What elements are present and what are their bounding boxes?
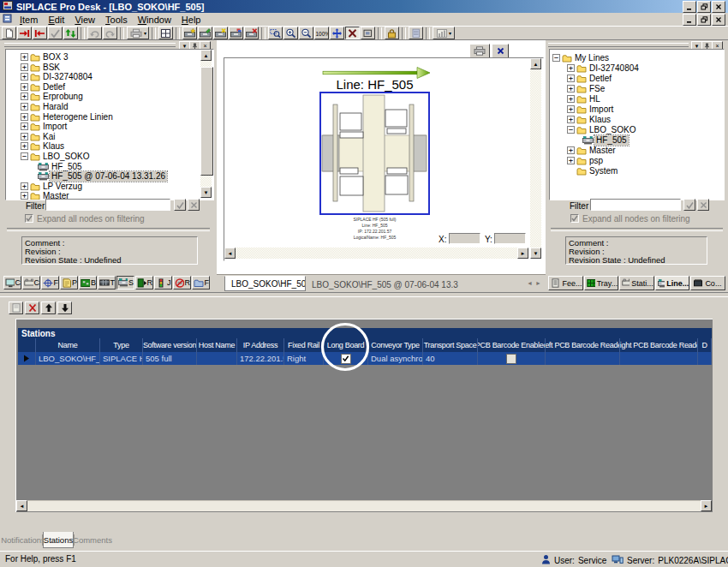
station-delete-icon[interactable] <box>244 27 259 39</box>
database-icon[interactable] <box>409 27 423 39</box>
restore-icon[interactable] <box>697 1 711 13</box>
new-document-icon[interactable] <box>2 27 16 39</box>
right-tab-line[interactable]: Line... <box>655 276 690 290</box>
column-header-long-board[interactable]: Long Board <box>324 338 368 352</box>
tree-expander-icon[interactable]: + <box>567 105 575 113</box>
page-tab-stations[interactable]: Stations <box>43 532 74 548</box>
right-tree-item[interactable]: +HL <box>550 94 724 104</box>
column-header-host-name[interactable]: Host Name <box>197 338 237 352</box>
tree-expander-icon[interactable]: + <box>567 157 575 164</box>
right-tab-fee[interactable]: Fee... <box>548 276 583 290</box>
tree-expander-icon[interactable]: + <box>21 182 28 190</box>
station-edit-icon[interactable] <box>198 27 212 39</box>
mdi-minimize-icon[interactable] <box>683 14 696 26</box>
tree-expander-icon[interactable]: − <box>21 152 28 160</box>
view-button-r-7[interactable]: R <box>135 276 153 289</box>
tab-scroll-right-icon[interactable]: ► <box>535 280 541 286</box>
left-tree-scrollbar[interactable]: ▲ ▼ <box>200 50 212 198</box>
scroll-down-icon[interactable]: ▼ <box>530 248 541 259</box>
tree-expander-icon[interactable]: + <box>567 64 575 72</box>
canvas-hscrollbar[interactable]: ◄ ► <box>224 248 528 259</box>
column-header-d[interactable]: D <box>698 338 712 352</box>
scroll-left-icon[interactable]: ◄ <box>16 500 27 511</box>
grid-hscrollbar[interactable]: ◄ ► <box>16 500 712 511</box>
right-tab-co[interactable]: Co... <box>690 276 725 290</box>
unchecked-checkbox[interactable] <box>506 354 516 364</box>
refresh-icon[interactable] <box>63 27 78 39</box>
cell-long-board[interactable] <box>324 352 368 365</box>
column-header-pcb-barcode-enabled[interactable]: PCB Barcode Enabled <box>478 338 546 352</box>
row-selector-cell[interactable] <box>18 352 36 365</box>
cell-host-name[interactable] <box>197 352 237 365</box>
print-icon[interactable]: ▾ <box>127 27 149 39</box>
view-button-j-8[interactable]: J <box>154 276 172 289</box>
left-apply-filter-icon[interactable] <box>174 199 186 211</box>
transfer-in-icon[interactable] <box>17 27 32 39</box>
menu-item[interactable]: Item <box>15 14 43 26</box>
cell-right-pcb-barcode-reader[interactable] <box>620 352 698 365</box>
right-tree-item[interactable]: +Klaus <box>550 115 724 125</box>
scroll-left-icon[interactable]: ◄ <box>224 248 236 259</box>
right-tree-item[interactable]: −My Lines <box>550 53 724 63</box>
left-clear-filter-icon[interactable] <box>188 199 200 211</box>
delete-x-icon[interactable] <box>345 27 360 39</box>
right-tree-item[interactable]: HF_505 <box>550 135 724 146</box>
tree-expander-icon[interactable]: + <box>567 146 575 154</box>
scroll-right-icon[interactable]: ► <box>701 500 712 511</box>
cell-left-pcb-barcode-reader[interactable] <box>546 352 620 365</box>
left-tree-item[interactable]: +BSK <box>6 63 213 73</box>
transfer-out-icon[interactable] <box>33 27 47 39</box>
tree-expander-icon[interactable]: + <box>21 93 28 100</box>
cell-conveyor-type[interactable]: Dual asynchronous <box>368 352 423 365</box>
tree-expander-icon[interactable]: − <box>552 54 560 62</box>
close-preview-icon[interactable] <box>492 44 509 58</box>
right-tree-item[interactable]: +Detlef <box>550 74 724 84</box>
tree-expander-icon[interactable]: + <box>21 113 28 121</box>
right-tab-tray[interactable]: Tray... <box>584 276 619 290</box>
column-header-transport-space[interactable]: Transport Space <box>423 338 478 352</box>
tree-expander-icon[interactable]: + <box>21 122 28 130</box>
mdi-restore-icon[interactable] <box>697 14 711 26</box>
mdi-close-icon[interactable] <box>712 14 725 26</box>
right-filter-input[interactable] <box>590 199 681 211</box>
canvas-vscrollbar[interactable]: ▲ ▼ <box>530 58 541 259</box>
view-button-c-1[interactable]: C <box>22 276 40 289</box>
right-tree-item[interactable]: +DI-32740804 <box>550 63 724 74</box>
tree-expander-icon[interactable]: + <box>21 103 28 110</box>
move-down-icon[interactable] <box>57 301 72 314</box>
checked-checkbox[interactable] <box>341 354 351 364</box>
view-button-b-4[interactable]: B <box>79 276 97 289</box>
left-tree-item[interactable]: +LP Verzug <box>6 182 213 192</box>
column-header-type[interactable]: Type <box>100 338 143 352</box>
left-expand-checkbox[interactable] <box>25 214 33 223</box>
tree-expander-icon[interactable]: + <box>21 83 28 91</box>
tree-expander-icon[interactable]: + <box>567 85 575 93</box>
x-field[interactable] <box>449 233 480 244</box>
right-tree-item[interactable]: +FSe <box>550 84 724 94</box>
station-find-icon[interactable] <box>213 27 228 39</box>
left-tree-item[interactable]: +Erprobung <box>6 92 213 102</box>
chart-icon[interactable]: ▾ <box>433 27 455 39</box>
tree-expander-icon[interactable]: + <box>21 192 28 200</box>
tree-expander-icon[interactable]: + <box>21 53 28 61</box>
right-tree-item[interactable]: +Import <box>550 104 724 115</box>
tree-expander-icon[interactable]: + <box>21 133 28 140</box>
cell-fixed-rail[interactable]: Right <box>284 352 324 365</box>
right-tab-stati[interactable]: Stati... <box>619 276 654 290</box>
left-tree-item[interactable]: +Kai <box>6 132 213 142</box>
cell-name[interactable]: LBO_SOKO\HF_505 <box>36 352 100 365</box>
view-button-r-9[interactable]: R <box>173 276 191 289</box>
cell-d[interactable] <box>698 352 712 365</box>
tree-expander-icon[interactable]: + <box>567 75 575 82</box>
print-button[interactable] <box>469 44 490 58</box>
scroll-up-icon[interactable]: ▲ <box>530 58 541 69</box>
redo-icon[interactable] <box>103 27 117 39</box>
right-apply-filter-icon[interactable] <box>683 199 695 211</box>
scroll-up-icon[interactable]: ▲ <box>200 50 212 61</box>
move-up-icon[interactable] <box>41 301 56 314</box>
view-button-s-6[interactable]: S <box>116 276 134 289</box>
menu-edit[interactable]: Edit <box>43 14 69 26</box>
column-header-name[interactable]: Name <box>36 338 100 352</box>
column-header-ip-address[interactable]: IP Address <box>237 338 284 352</box>
right-expand-checkbox[interactable] <box>570 214 579 223</box>
